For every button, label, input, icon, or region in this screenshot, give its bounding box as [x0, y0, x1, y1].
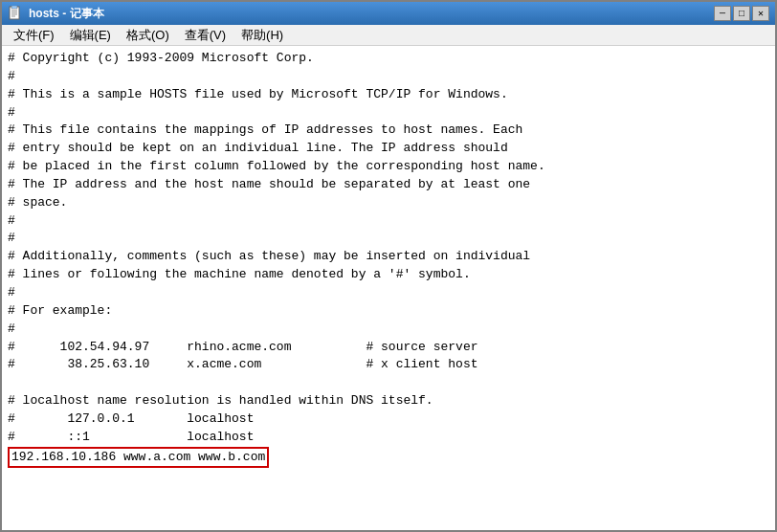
text-editor-area[interactable]: # Copyright (c) 1993-2009 Microsoft Corp…: [2, 46, 775, 530]
text-content: # Copyright (c) 1993-2009 Microsoft Corp…: [8, 50, 769, 468]
menu-file[interactable]: 文件(F): [6, 25, 62, 46]
highlighted-entry: 192.168.10.186 www.a.com www.b.com: [8, 447, 269, 469]
minimize-button[interactable]: ─: [714, 6, 731, 21]
menu-bar: 文件(F) 编辑(E) 格式(O) 查看(V) 帮助(H): [2, 25, 775, 46]
menu-view[interactable]: 查看(V): [177, 25, 233, 46]
title-bar-left: hosts - 记事本: [8, 6, 104, 22]
title-bar-buttons: ─ □ ✕: [714, 6, 769, 21]
maximize-button[interactable]: □: [733, 6, 750, 21]
menu-format[interactable]: 格式(O): [119, 25, 177, 46]
menu-edit[interactable]: 编辑(E): [62, 25, 119, 46]
title-bar: hosts - 记事本 ─ □ ✕: [2, 2, 775, 25]
close-button[interactable]: ✕: [752, 6, 769, 21]
notepad-icon: [8, 6, 23, 21]
window-title: hosts - 记事本: [29, 6, 104, 22]
main-window: hosts - 记事本 ─ □ ✕ 文件(F) 编辑(E) 格式(O) 查看(V…: [0, 0, 777, 532]
menu-help[interactable]: 帮助(H): [233, 25, 291, 46]
svg-rect-1: [11, 6, 17, 9]
